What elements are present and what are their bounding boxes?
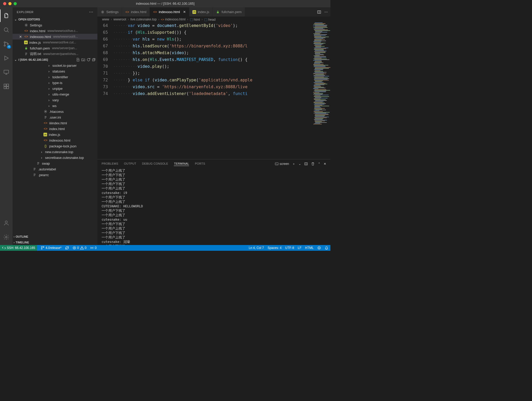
- file-tree-item[interactable]: .user.ini: [13, 114, 97, 120]
- file-tree-item[interactable]: ›statuses: [13, 68, 97, 74]
- close-icon[interactable]: ✕: [183, 10, 186, 14]
- file-tree-item[interactable]: <>index.html: [13, 126, 97, 132]
- settings-activity[interactable]: [0, 231, 13, 243]
- file-tree-item[interactable]: ›new.cutesnake.top: [13, 149, 97, 155]
- more-icon[interactable]: ⋯: [324, 10, 328, 14]
- outline-header[interactable]: › OUTLINE: [13, 233, 97, 239]
- open-editor-item[interactable]: ✕Settings: [13, 22, 97, 28]
- encoding-status[interactable]: UTF-8: [285, 246, 294, 250]
- notifications-status[interactable]: [325, 246, 328, 250]
- breadcrumb-segment[interactable]: ⬚ html: [190, 18, 200, 21]
- close-window-button[interactable]: [3, 2, 6, 5]
- sidebar-more-button[interactable]: ⋯: [89, 9, 93, 14]
- code-line[interactable]: 73········video.src = 'https://binaryenf…: [97, 83, 312, 90]
- file-tree-item[interactable]: ›secretbase.cutesnake.top: [13, 155, 97, 160]
- open-editor-item[interactable]: ✕<>index.htmlwww/wwwroot/live.c...: [13, 28, 97, 34]
- terminal-profile[interactable]: screen: [275, 162, 289, 166]
- panel-tab[interactable]: PROBLEMS: [102, 162, 118, 166]
- breadcrumb-segment[interactable]: ⬚ head: [204, 18, 215, 21]
- file-tree-item[interactable]: ›ws: [13, 103, 97, 109]
- file-tree-item[interactable]: {}package-lock.json: [13, 143, 97, 149]
- accounts-activity[interactable]: [0, 217, 13, 229]
- terminal-dropdown-icon[interactable]: ⌄: [298, 162, 301, 166]
- file-tree-item[interactable]: .autorelabel: [13, 166, 97, 172]
- file-tree-item[interactable]: .pearrc: [13, 172, 97, 178]
- code-line[interactable]: 71········});: [97, 70, 312, 77]
- code-editor[interactable]: 64······var video = document.getElementB…: [97, 22, 330, 159]
- remote-explorer-activity[interactable]: [0, 66, 13, 79]
- open-editor-item[interactable]: ✕fullchain.pemwww/server/pan...: [13, 45, 97, 51]
- editor-tab[interactable]: Settings: [97, 7, 122, 16]
- panel-tab[interactable]: PORTS: [195, 162, 205, 166]
- collapse-all-icon[interactable]: [92, 58, 96, 62]
- refresh-icon[interactable]: [86, 58, 91, 62]
- terminal-output[interactable]: 一个用户上线了 一个用户下线了 一个用户上线了 一个用户下线了 一个用户上线了 …: [97, 168, 330, 245]
- remote-status[interactable]: SSH: 66.42.100.165: [0, 245, 37, 251]
- eol-status[interactable]: LF: [298, 246, 301, 250]
- editor-tab[interactable]: JSindex.js: [189, 7, 213, 16]
- file-tree-item[interactable]: <>indexooo.html: [13, 137, 97, 143]
- explorer-activity[interactable]: [0, 9, 13, 22]
- debug-activity[interactable]: [0, 52, 13, 64]
- file-tree-item[interactable]: ›type-is: [13, 80, 97, 86]
- close-panel-icon[interactable]: ✕: [324, 162, 326, 166]
- code-line[interactable]: 64······var video = document.getElementB…: [97, 22, 312, 29]
- panel-tab[interactable]: OUTPUT: [124, 162, 136, 166]
- code-line[interactable]: 67········hls.loadSource('https://binary…: [97, 43, 312, 49]
- chevron-up-icon[interactable]: ⌃: [318, 162, 320, 166]
- indentation-status[interactable]: Spaces: 4: [268, 246, 281, 250]
- code-line[interactable]: 65······if (Hls.isSupported()) {: [97, 29, 312, 36]
- panel-tab[interactable]: TERMINAL: [174, 162, 189, 166]
- minimize-window-button[interactable]: [8, 2, 12, 5]
- split-editor-icon[interactable]: [317, 10, 321, 14]
- minimap[interactable]: [312, 22, 330, 159]
- open-editors-header[interactable]: ⌄ OPEN EDITORS: [13, 16, 97, 22]
- maximize-window-button[interactable]: [14, 2, 17, 5]
- code-line[interactable]: 70··········video.play();: [97, 63, 312, 70]
- file-tree-item[interactable]: <>iiiindex.html: [13, 120, 97, 126]
- breadcrumb-segment[interactable]: www: [102, 18, 109, 21]
- workspace-header[interactable]: ⌄ / [SSH: 66.42.100.165]: [13, 57, 97, 63]
- feedback-status[interactable]: [317, 246, 321, 250]
- editor-tab[interactable]: <>index.html: [122, 7, 150, 16]
- editor-tab[interactable]: <>indexooo.html✕: [150, 7, 189, 16]
- open-editor-item[interactable]: ✕<>indexooo.htmlwww/wwwroot/li...: [13, 34, 97, 40]
- ports-status[interactable]: 0: [90, 246, 97, 250]
- breadcrumb-segment[interactable]: wwwroot: [113, 18, 126, 21]
- extensions-activity[interactable]: [0, 80, 13, 93]
- sync-status[interactable]: [65, 246, 69, 250]
- file-tree-item[interactable]: ›socket.io-parser: [13, 63, 97, 68]
- branch-status[interactable]: 4.0release*: [41, 246, 62, 250]
- file-tree-item[interactable]: ›utils-merge: [13, 91, 97, 97]
- panel-tab[interactable]: DEBUG CONSOLE: [142, 162, 168, 166]
- code-line[interactable]: 68········hls.attachMedia(video);: [97, 49, 312, 56]
- file-tree-item[interactable]: ›unpipe: [13, 86, 97, 91]
- new-file-icon[interactable]: [76, 58, 80, 62]
- new-folder-icon[interactable]: [81, 58, 85, 62]
- scm-activity[interactable]: 4: [0, 38, 13, 50]
- breadcrumb-segment[interactable]: <> indexooo.html: [161, 18, 185, 21]
- breadcrumb-segment[interactable]: live.cutesnake.top: [130, 18, 157, 21]
- language-status[interactable]: HTML: [305, 246, 314, 250]
- code-line[interactable]: 74········video.addEventListener('loaded…: [97, 90, 312, 97]
- problems-status[interactable]: 0 0: [73, 246, 86, 250]
- code-line[interactable]: 69········hls.on(Hls.Events.MANIFEST_PAR…: [97, 56, 312, 63]
- search-activity[interactable]: [0, 24, 13, 36]
- code-line[interactable]: 72······} else if (video.canPlayType('ap…: [97, 77, 312, 83]
- code-line[interactable]: 66········var hls = new Hls();: [97, 36, 312, 43]
- file-tree-item[interactable]: ›vary: [13, 97, 97, 103]
- breadcrumbs[interactable]: www›wwwroot›live.cutesnake.top›<> indexo…: [97, 16, 330, 22]
- close-icon[interactable]: ✕: [18, 35, 23, 39]
- new-terminal-icon[interactable]: ＋: [292, 162, 295, 166]
- editor-tab[interactable]: fullchain.pem: [213, 7, 245, 16]
- file-tree-item[interactable]: JSindex.js: [13, 132, 97, 137]
- trash-icon[interactable]: [311, 162, 315, 166]
- file-tree-item[interactable]: .htaccess: [13, 109, 97, 114]
- file-tree-item[interactable]: ›toidentifier: [13, 74, 97, 80]
- split-terminal-icon[interactable]: [304, 162, 308, 166]
- file-tree-item[interactable]: swap: [13, 160, 97, 166]
- cursor-position[interactable]: Ln 4, Col 7: [249, 246, 264, 250]
- open-editor-item[interactable]: ✕JSindex.jswww/wwwroot/live.cut...: [13, 40, 97, 45]
- open-editor-item[interactable]: ✕说明.txtwww/server/panel/vhos...: [13, 51, 97, 57]
- timeline-header[interactable]: › TIMELINE: [13, 239, 97, 245]
